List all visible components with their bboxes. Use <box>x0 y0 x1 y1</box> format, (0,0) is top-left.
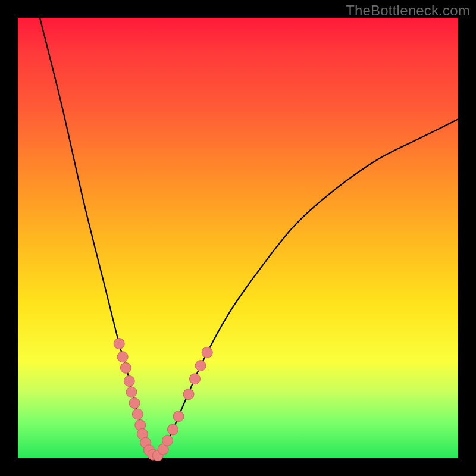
curve-marker <box>195 361 206 371</box>
curve-marker <box>183 389 194 400</box>
curve-marker <box>167 424 178 435</box>
curve-markers <box>114 339 212 461</box>
curve-marker <box>202 347 212 358</box>
curve-marker <box>129 398 140 409</box>
curve-marker <box>124 376 134 387</box>
curve-marker <box>126 387 137 397</box>
curve-marker <box>173 411 184 422</box>
chart-frame: TheBottleneck.com <box>0 0 476 476</box>
curve-marker <box>132 409 143 419</box>
watermark-text: TheBottleneck.com <box>346 2 470 19</box>
bottleneck-curve <box>40 18 458 456</box>
curve-marker <box>162 435 173 446</box>
curve-marker <box>114 339 124 349</box>
curve-svg <box>18 18 458 458</box>
plot-area <box>18 18 458 458</box>
curve-marker <box>117 352 128 362</box>
curve-marker <box>120 362 131 373</box>
curve-marker <box>189 374 200 384</box>
